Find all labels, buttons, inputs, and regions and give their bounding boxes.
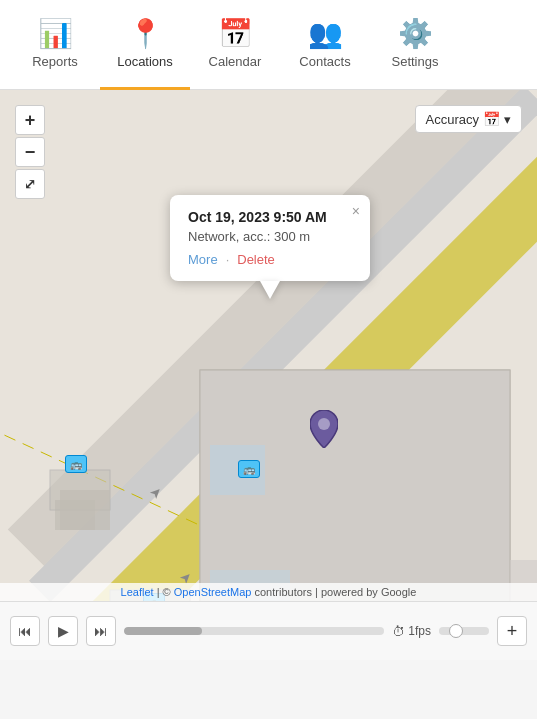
nav-locations[interactable]: 📍 Locations	[100, 0, 190, 90]
nav-contacts-label: Contacts	[299, 54, 350, 69]
map-area[interactable]: ➤ ➤ + − ⤢ Accuracy 📅 ▾ × Oct 19, 2023 9:…	[0, 90, 537, 660]
add-button[interactable]: +	[497, 616, 527, 646]
play-button[interactable]: ▶	[48, 616, 78, 646]
accuracy-label: Accuracy	[426, 112, 479, 127]
fps-display: ⏱ 1fps	[392, 624, 431, 639]
popup-date: Oct 19, 2023 9:50 AM	[188, 209, 352, 225]
zoom-out-button[interactable]: −	[15, 137, 45, 167]
popup-more-button[interactable]: More	[188, 252, 218, 267]
google-attribution: powered by Google	[321, 586, 416, 598]
nav-reports-label: Reports	[32, 54, 78, 69]
popup-delete-button[interactable]: Delete	[237, 252, 275, 267]
popup-info: Network, acc.: 300 m	[188, 229, 352, 244]
location-popup: × Oct 19, 2023 9:50 AM Network, acc.: 30…	[170, 195, 370, 281]
map-background: ➤ ➤	[0, 90, 537, 660]
nav-calendar[interactable]: 📅 Calendar	[190, 0, 280, 90]
calendar-dropdown-icon: 📅	[483, 111, 500, 127]
popup-tail	[260, 281, 280, 299]
nav-reports[interactable]: 📊 Reports	[10, 0, 100, 90]
svg-point-17	[318, 418, 330, 430]
nav-bar: 📊 Reports 📍 Locations 📅 Calendar 👥 Conta…	[0, 0, 537, 90]
popup-close-button[interactable]: ×	[352, 203, 360, 219]
map-pin[interactable]	[310, 410, 338, 448]
contributors-text: contributors	[255, 586, 312, 598]
rewind-button[interactable]: ⏮	[10, 616, 40, 646]
nav-settings[interactable]: ⚙️ Settings	[370, 0, 460, 90]
timer-icon: ⏱	[392, 624, 405, 639]
fps-slider[interactable]	[439, 627, 489, 635]
fps-value: 1fps	[408, 624, 431, 638]
locations-icon: 📍	[128, 17, 163, 50]
accuracy-dropdown[interactable]: Accuracy 📅 ▾	[415, 105, 522, 133]
popup-actions: More · Delete	[188, 252, 352, 267]
pin-svg	[310, 410, 338, 448]
zoom-in-button[interactable]: +	[15, 105, 45, 135]
nav-calendar-label: Calendar	[209, 54, 262, 69]
nav-locations-label: Locations	[117, 54, 173, 69]
map-controls: + − ⤢	[15, 105, 45, 199]
bus-marker-2[interactable]: 🚌	[238, 460, 260, 478]
svg-rect-14	[60, 490, 110, 530]
forward-button[interactable]: ⏭	[86, 616, 116, 646]
nav-contacts[interactable]: 👥 Contacts	[280, 0, 370, 90]
popup-separator: ·	[226, 252, 230, 267]
timeline-progress[interactable]	[124, 627, 384, 635]
map-attribution: Leaflet | © OpenStreetMap contributors |…	[0, 583, 537, 601]
fullscreen-button[interactable]: ⤢	[15, 169, 45, 199]
contacts-icon: 👥	[308, 17, 343, 50]
calendar-icon: 📅	[218, 17, 253, 50]
osm-link[interactable]: OpenStreetMap	[174, 586, 252, 598]
reports-icon: 📊	[38, 17, 73, 50]
settings-icon: ⚙️	[398, 17, 433, 50]
nav-settings-label: Settings	[392, 54, 439, 69]
fps-thumb[interactable]	[449, 624, 463, 638]
accuracy-control: Accuracy 📅 ▾	[415, 105, 522, 133]
bus-marker-1[interactable]: 🚌	[65, 455, 87, 473]
chevron-down-icon: ▾	[504, 112, 511, 127]
progress-fill	[124, 627, 202, 635]
leaflet-link[interactable]: Leaflet	[121, 586, 154, 598]
bottom-bar: ⏮ ▶ ⏭ ⏱ 1fps +	[0, 601, 537, 660]
